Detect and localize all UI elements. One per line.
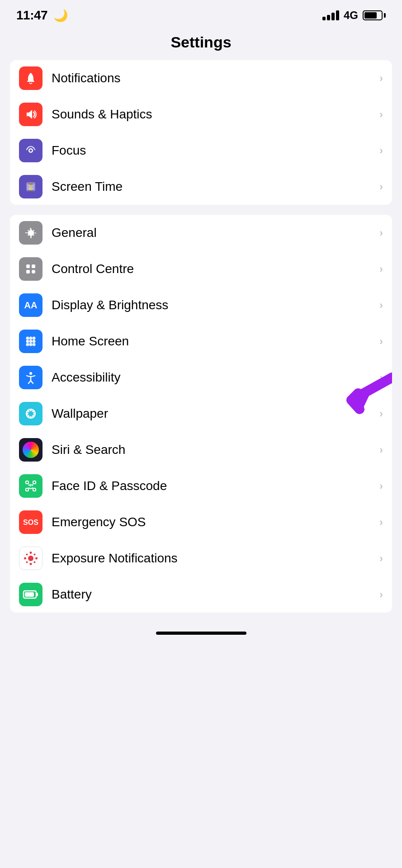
wallpaper-label: Wallpaper: [52, 406, 379, 421]
wallpaper-chevron: ›: [379, 407, 383, 420]
homescreen-icon: [19, 330, 43, 353]
svg-point-27: [33, 413, 36, 415]
focus-label: Focus: [52, 143, 379, 158]
signal-bar-1: [322, 17, 326, 20]
status-time-area: 11:47 🌙: [16, 8, 68, 23]
svg-point-17: [33, 340, 36, 343]
battery-chevron: ›: [379, 588, 383, 601]
svg-point-26: [26, 413, 28, 415]
settings-item-display[interactable]: AA Display & Brightness ›: [10, 287, 392, 323]
faceid-icon: [19, 474, 43, 498]
settings-item-general[interactable]: General ›: [10, 215, 392, 251]
svg-point-25: [30, 416, 32, 419]
svg-point-42: [30, 563, 32, 565]
sos-label: Emergency SOS: [52, 515, 379, 529]
svg-point-31: [32, 415, 34, 417]
screentime-label: Screen Time: [52, 179, 379, 194]
status-bar: 11:47 🌙 4G: [0, 0, 402, 27]
signal-bar-3: [331, 13, 335, 20]
siri-chevron: ›: [379, 443, 383, 456]
focus-icon: [19, 139, 43, 162]
settings-item-notifications[interactable]: Notifications ›: [10, 60, 392, 96]
screentime-chevron: ›: [379, 180, 383, 193]
notifications-icon: [19, 66, 43, 90]
svg-text:AA: AA: [24, 300, 38, 310]
svg-point-18: [26, 343, 29, 346]
battery-label: Battery: [52, 587, 379, 602]
svg-point-16: [29, 340, 33, 343]
settings-item-homescreen[interactable]: Home Screen ›: [10, 323, 392, 359]
settings-item-sos[interactable]: SOS Emergency SOS ›: [10, 504, 392, 540]
wallpaper-icon: [19, 402, 43, 425]
focus-chevron: ›: [379, 144, 383, 157]
svg-point-2: [30, 150, 32, 152]
control-label: Control Centre: [52, 262, 379, 276]
siri-label: Siri & Search: [52, 443, 379, 457]
settings-item-control[interactable]: Control Centre ›: [10, 251, 392, 287]
svg-point-45: [26, 554, 28, 556]
signal-bar-4: [336, 10, 339, 20]
svg-point-12: [26, 337, 29, 340]
general-label: General: [52, 226, 379, 240]
svg-text:⏳: ⏳: [26, 183, 35, 191]
settings-item-faceid[interactable]: Face ID & Passcode ›: [10, 468, 392, 504]
svg-point-20: [33, 343, 36, 346]
page-title: Settings: [0, 27, 402, 60]
notifications-label: Notifications: [52, 71, 379, 85]
settings-item-wallpaper[interactable]: Wallpaper ›: [10, 396, 392, 432]
settings-item-accessibility[interactable]: Accessibility ›: [10, 359, 392, 396]
screentime-icon: ⏳: [19, 175, 43, 198]
faceid-label: Face ID & Passcode: [52, 479, 379, 493]
battery-tip: [384, 13, 386, 18]
battery-icon-settings: [19, 583, 43, 606]
homescreen-label: Home Screen: [52, 334, 379, 349]
svg-point-36: [28, 484, 30, 486]
svg-rect-50: [36, 593, 38, 596]
battery-fill: [364, 12, 377, 19]
svg-marker-0: [27, 110, 32, 119]
homescreen-chevron: ›: [379, 335, 383, 348]
settings-item-exposure[interactable]: Exposure Notifications ›: [10, 540, 392, 576]
siri-icon: [19, 438, 43, 462]
svg-point-13: [29, 337, 33, 340]
control-chevron: ›: [379, 263, 383, 275]
signal-bar-2: [327, 15, 330, 20]
svg-point-48: [34, 561, 36, 563]
svg-text:SOS: SOS: [23, 519, 38, 526]
accessibility-chevron: ›: [379, 371, 383, 384]
sounds-label: Sounds & Haptics: [52, 107, 379, 122]
svg-point-28: [27, 410, 29, 412]
display-icon: AA: [19, 293, 43, 317]
battery-indicator: [363, 10, 386, 20]
sounds-chevron: ›: [379, 108, 383, 121]
svg-point-46: [34, 554, 36, 556]
svg-point-40: [28, 556, 33, 561]
settings-item-battery[interactable]: Battery ›: [10, 576, 392, 613]
svg-point-41: [30, 552, 32, 554]
settings-group-2: General › Control Centre › AA Display & …: [10, 215, 392, 613]
svg-rect-35: [33, 488, 36, 491]
home-bar: [0, 623, 402, 642]
settings-item-siri[interactable]: Siri & Search ›: [10, 432, 392, 468]
settings-item-screentime[interactable]: ⏳ Screen Time ›: [10, 169, 392, 205]
moon-icon: 🌙: [53, 9, 68, 22]
svg-rect-51: [25, 592, 34, 597]
settings-item-focus[interactable]: Focus ›: [10, 132, 392, 169]
battery-body: [363, 10, 383, 20]
svg-rect-32: [26, 481, 28, 484]
sos-icon: SOS: [19, 510, 43, 534]
general-icon: [19, 221, 43, 245]
svg-point-10: [32, 270, 35, 274]
exposure-chevron: ›: [379, 552, 383, 565]
svg-point-47: [26, 561, 28, 563]
status-time: 11:47: [16, 8, 47, 22]
general-chevron: ›: [379, 226, 383, 239]
accessibility-icon: [19, 366, 43, 389]
settings-item-sounds[interactable]: Sounds & Haptics ›: [10, 96, 392, 132]
exposure-icon: [19, 547, 43, 570]
status-icons: 4G: [322, 9, 386, 22]
signal-bars: [322, 10, 339, 20]
svg-point-37: [32, 484, 33, 486]
svg-rect-9: [26, 270, 30, 274]
network-type: 4G: [344, 9, 358, 22]
